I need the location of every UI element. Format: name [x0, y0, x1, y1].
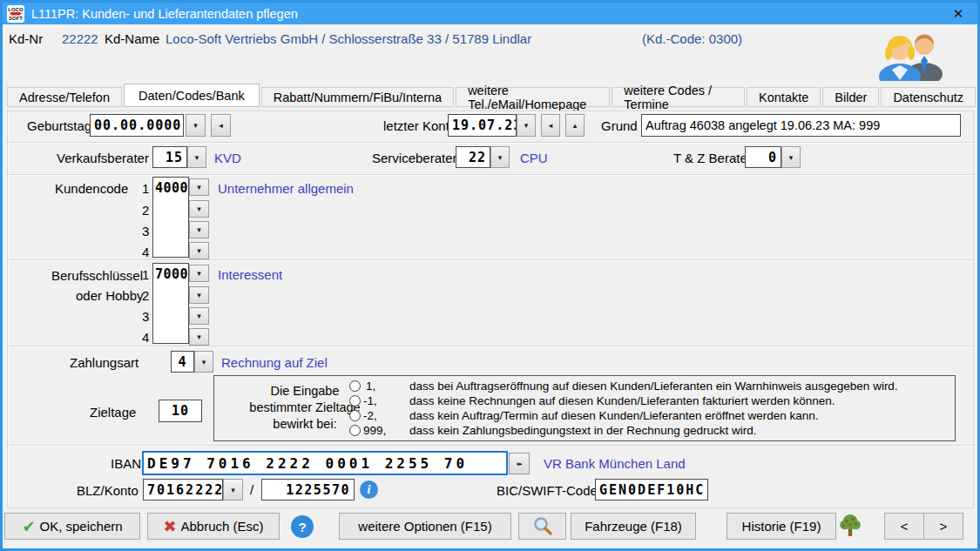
logo-bottom-text: SOFT — [9, 16, 23, 21]
zieltage-label: Zieltage — [90, 405, 136, 420]
tab-adresse-telefon[interactable]: Adresse/Telefon — [7, 87, 122, 107]
letzter-kontakt-field[interactable]: 19.07.23 — [448, 114, 517, 137]
letzter-kontakt-label: letzter Kont. — [383, 118, 453, 133]
help-button[interactable]: ? — [291, 515, 314, 538]
iban-lookup-button[interactable]: ▸▸ — [509, 453, 530, 474]
radio-zieltage-1[interactable] — [349, 380, 361, 392]
kundencode-row-index: 2 — [142, 203, 149, 218]
letzter-kontakt-up-button[interactable]: ▴ — [565, 114, 585, 137]
chevron-down-icon: ▾ — [197, 333, 201, 341]
tab-label: weitere Tel./eMail/Homepage — [468, 84, 598, 111]
geburtstag-dropdown-button[interactable]: ▾ — [186, 114, 206, 137]
tab-rabatt-nummern-fibu-interna[interactable]: Rabatt/Nummern/FiBu/Interna — [261, 87, 454, 107]
tab-weitere-codes-termine[interactable]: weitere Codes / Termine — [612, 87, 745, 107]
radio-zieltage-minus1[interactable] — [349, 395, 361, 407]
arrow-left-icon: ◂ — [219, 121, 223, 130]
tab-kontakte[interactable]: Kontakte — [747, 87, 821, 107]
tab-bilder[interactable]: Bilder — [822, 87, 879, 107]
radio-desc: dass kein Zahlungsbedingungstext in der … — [409, 424, 757, 437]
kundencode-row-index: 4 — [142, 245, 149, 259]
geburtstag-back-button[interactable]: ◂ — [211, 114, 231, 137]
abbruch-button[interactable]: ✖ Abbruch (Esc) — [147, 513, 280, 540]
tab-daten-codes-bank[interactable]: Daten/Codes/Bank — [124, 84, 260, 107]
kd-name-value: Loco-Soft Vertriebs GmbH / Schlosserstra… — [166, 31, 531, 46]
berufsschluessel-dropdown-button-4[interactable]: ▾ — [189, 328, 209, 346]
kd-code-value: (Kd.-Code: 0300) — [642, 31, 742, 46]
konto-field[interactable]: 1225570 — [261, 479, 355, 501]
blz-dropdown-button[interactable]: ▾ — [223, 479, 243, 501]
chevron-down-icon: ▾ — [524, 121, 529, 130]
verkaufsberater-desc: KVD — [214, 151, 241, 165]
chevron-down-icon: ▾ — [197, 291, 201, 299]
verkaufsberater-dropdown-button[interactable]: ▾ — [187, 146, 206, 168]
verkaufsberater-field[interactable]: 15 — [152, 146, 187, 168]
window-title: L111PR: Kunden- und Lieferantendaten pfl… — [31, 7, 298, 21]
tab-bar: Adresse/Telefon Daten/Codes/Bank Rabatt/… — [7, 84, 977, 107]
kundencode-dropdown-button-1[interactable]: ▾ — [189, 178, 209, 196]
tab-label: weitere Codes / Termine — [624, 84, 733, 111]
grund-field[interactable]: Auftrag 46038 angelegt 19.06.23 MA: 999 — [641, 114, 961, 137]
berufsschluessel-dropdown-button-2[interactable]: ▾ — [189, 286, 209, 304]
tree-button[interactable] — [838, 514, 866, 539]
close-icon[interactable]: ✕ — [943, 6, 973, 22]
serviceberater-desc: CPU — [520, 151, 548, 165]
blz-konto-label: BLZ/Konto — [77, 483, 139, 498]
arrow-up-icon: ▴ — [573, 121, 578, 130]
iban-field[interactable]: DE97 7016 2222 0001 2255 70 — [142, 451, 508, 475]
chevron-down-icon: ▾ — [231, 486, 235, 494]
ok-speichern-button[interactable]: ✔ OK, speichern — [4, 513, 140, 540]
kundencode-dropdown-button-3[interactable]: ▾ — [189, 221, 209, 239]
zahlungsart-field[interactable]: 4 — [171, 351, 194, 373]
chevron-down-icon: ▾ — [197, 246, 201, 255]
historie-button[interactable]: Historie (F19) — [727, 513, 836, 540]
konto-info-icon[interactable]: i — [360, 480, 378, 499]
radio-label: -2, — [363, 409, 377, 422]
zahlungsart-dropdown-button[interactable]: ▾ — [194, 351, 213, 373]
bic-swift-field[interactable]: GEN0DEF10HC — [595, 479, 708, 501]
previous-record-button[interactable]: < — [884, 513, 924, 540]
historie-label: Historie (F19) — [742, 519, 821, 534]
chevron-down-icon: ▾ — [197, 183, 201, 192]
letzter-kontakt-dropdown-button[interactable]: ▾ — [517, 114, 536, 137]
chevron-down-icon: ▾ — [197, 205, 201, 213]
tz-berater-dropdown-button[interactable]: ▾ — [781, 146, 801, 168]
chevron-down-icon: ▾ — [197, 269, 201, 278]
zahlungsart-label: Zahlungsart — [70, 355, 139, 370]
radio-zieltage-minus2[interactable] — [349, 410, 361, 421]
info-glyph: i — [368, 483, 371, 497]
zieltage-field[interactable]: 10 — [159, 400, 202, 422]
blz-field[interactable]: 70162222 — [143, 479, 223, 501]
radio-desc: dass bei Auftragseröffnung auf diesen Ku… — [409, 380, 898, 393]
tz-berater-field[interactable]: 0 — [745, 146, 781, 168]
grund-label: Grund — [601, 118, 638, 133]
kundencode-desc-1: Unternehmer allgemein — [218, 181, 354, 196]
chevron-down-icon: ▾ — [195, 153, 199, 162]
tab-label: Daten/Codes/Bank — [139, 89, 245, 103]
berufsschluessel-dropdown-button-1[interactable]: ▾ — [189, 265, 209, 282]
kundencode-dropdown-button-4[interactable]: ▾ — [189, 242, 209, 259]
fahrzeuge-button[interactable]: Fahrzeuge (F18) — [571, 513, 696, 540]
berufsschluessel-label-line2: oder Hobby — [76, 288, 144, 303]
search-button[interactable] — [518, 513, 566, 540]
zahlungsart-desc: Rechnung auf Ziel — [221, 355, 328, 370]
radio-zieltage-999[interactable] — [349, 425, 361, 436]
logo-diamond-icon — [10, 12, 22, 16]
serviceberater-dropdown-button[interactable]: ▾ — [490, 146, 510, 168]
kundencode-label: Kundencode — [55, 181, 128, 196]
bic-swift-label: BIC/SWIFT-Code — [497, 483, 598, 498]
tab-datenschutz[interactable]: Datenschutz — [881, 87, 976, 107]
weitere-optionen-button[interactable]: weitere Optionen (F15) — [339, 513, 511, 540]
serviceberater-label: Serviceberater — [372, 151, 457, 165]
radio-desc: dass kein Auftrag/Termin auf diesen Kund… — [409, 409, 819, 422]
berufsschluessel-label-line1: Berufsschlüssel — [51, 268, 143, 283]
tab-weitere-tel-email-homepage[interactable]: weitere Tel./eMail/Homepage — [456, 87, 610, 107]
geburtstag-field[interactable]: 00.00.0000 — [90, 114, 184, 137]
berufsschluessel-dropdown-button-3[interactable]: ▾ — [189, 307, 209, 325]
kd-name-label: Kd-Name — [105, 31, 159, 46]
letzter-kontakt-back-button[interactable]: ◂ — [541, 114, 560, 137]
chevron-down-icon: ▾ — [202, 358, 206, 366]
serviceberater-field[interactable]: 22 — [456, 146, 490, 168]
kundencode-dropdown-button-2[interactable]: ▾ — [189, 200, 209, 218]
next-record-button[interactable]: > — [923, 513, 963, 540]
kundencode-row-index: 3 — [142, 224, 149, 239]
